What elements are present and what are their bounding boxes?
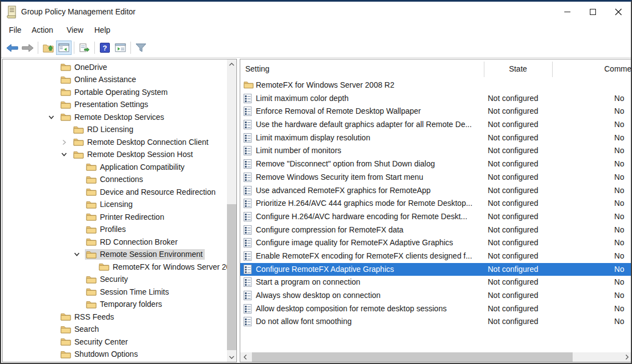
menu-action[interactable]: Action — [32, 26, 53, 34]
help-button[interactable]: ? — [97, 41, 113, 55]
policy-row[interactable]: Limit number of monitors Not configured … — [240, 144, 631, 158]
tree-item[interactable]: Remote Desktop Services — [3, 111, 227, 124]
chevron-slot[interactable] — [59, 151, 72, 158]
policy-row[interactable]: RemoteFX for Windows Server 2008 R2 — [240, 79, 631, 92]
tree-node[interactable]: Licensing — [85, 199, 135, 210]
tree-node[interactable]: Temporary folders — [85, 299, 164, 310]
tree-node[interactable]: RD Licensing — [72, 124, 135, 135]
policy-row[interactable]: Configure RemoteFX Adaptive Graphics Not… — [240, 263, 631, 276]
tree-item[interactable]: RSS Feeds — [3, 311, 227, 323]
tree-node[interactable]: Presentation Settings — [59, 99, 150, 110]
tree-item[interactable] — [3, 361, 227, 362]
back-button[interactable] — [4, 41, 20, 55]
tree-item[interactable]: Printer Redirection — [3, 211, 227, 224]
menu-help[interactable]: Help — [94, 26, 110, 34]
tree-item[interactable]: Profiles — [3, 224, 227, 236]
chevron-slot[interactable] — [46, 114, 59, 120]
policy-row[interactable]: Do not allow font smoothing Not configur… — [240, 315, 631, 328]
policy-row[interactable]: Configure H.264/AVC hardware encoding fo… — [240, 210, 631, 224]
tree-vertical-scrollbar[interactable] — [227, 59, 236, 362]
tree-item[interactable]: Presentation Settings — [3, 99, 227, 112]
scrollbar-thumb[interactable] — [252, 352, 573, 362]
tree-item[interactable]: Remote Desktop Connection Client — [3, 136, 227, 149]
tree-item[interactable]: Application Compatibility — [3, 161, 227, 174]
tree-item[interactable]: Shutdown Options — [3, 348, 227, 361]
column-header-state[interactable]: State — [484, 64, 552, 73]
tree-node[interactable]: Online Assistance — [59, 74, 138, 85]
column-divider[interactable] — [552, 62, 553, 77]
policy-row[interactable]: Use advanced RemoteFX graphics for Remot… — [240, 184, 631, 198]
policy-row[interactable]: Configure image quality for RemoteFX Ada… — [240, 236, 631, 250]
up-one-level-button[interactable] — [41, 41, 56, 55]
export-list-button[interactable] — [77, 41, 92, 55]
tree-node[interactable]: Security Center — [59, 337, 130, 347]
policy-row[interactable]: Limit maximum color depth Not configured… — [240, 92, 631, 105]
tree-item[interactable]: Security — [3, 274, 227, 286]
tree-item[interactable]: Session Time Limits — [3, 286, 227, 299]
policy-row[interactable]: Remove "Disconnect" option from Shut Dow… — [240, 158, 631, 171]
scroll-left-button[interactable] — [240, 352, 250, 362]
tree-node[interactable]: RD Connection Broker — [85, 237, 180, 247]
tree-item[interactable]: Licensing — [3, 199, 227, 211]
policy-row[interactable]: Prioritize H.264/AVC 444 graphics mode f… — [240, 197, 631, 210]
tree-node[interactable]: RSS Feeds — [59, 312, 117, 322]
tree-item[interactable]: Remote Session Environment — [3, 249, 227, 261]
tree-node[interactable]: Security — [85, 274, 130, 285]
tree-item[interactable]: RD Licensing — [3, 124, 227, 136]
column-header-setting[interactable]: Setting — [245, 64, 270, 73]
policy-row[interactable]: Always show desktop on connection Not co… — [240, 289, 631, 302]
policy-row[interactable]: Enable RemoteFX encoding for RemoteFX cl… — [240, 250, 631, 263]
tree-item[interactable]: Search — [3, 323, 227, 336]
scroll-right-button[interactable] — [622, 352, 631, 362]
tree-node[interactable]: Application Compatibility — [85, 162, 187, 173]
tree-item[interactable]: Remote Desktop Session Host — [3, 149, 227, 161]
scrollbar-thumb[interactable] — [227, 204, 236, 350]
tree-item[interactable]: Portable Operating System — [3, 86, 227, 99]
tree-node[interactable]: Remote Desktop Connection Client — [72, 137, 211, 148]
tree-item[interactable]: RD Connection Broker — [3, 236, 227, 249]
show-properties-button[interactable] — [113, 41, 128, 55]
tree-item[interactable]: Temporary folders — [3, 299, 227, 311]
chevron-slot[interactable] — [59, 139, 72, 145]
policy-row[interactable]: Configure compression for RemoteFX data … — [240, 224, 631, 237]
tree-node[interactable]: Device and Resource Redirection — [85, 187, 218, 198]
menu-view[interactable]: View — [67, 26, 83, 34]
tree-node[interactable]: Remote Desktop Services — [59, 112, 166, 123]
menu-file[interactable]: File — [9, 26, 22, 34]
title-bar[interactable]: Group Policy Management Editor — [1, 2, 631, 23]
policy-row[interactable]: Remove Windows Security item from Start … — [240, 171, 631, 184]
column-header-comment[interactable]: Comment — [604, 64, 632, 73]
minimize-button[interactable] — [554, 2, 580, 22]
tree-item[interactable]: OneDrive — [3, 61, 227, 74]
tree-node[interactable]: RemoteFX for Windows Server 2008 R2 — [98, 262, 227, 272]
tree-node[interactable]: Portable Operating System — [59, 87, 170, 98]
tree-item[interactable]: RemoteFX for Windows Server 2008 R2 — [3, 261, 227, 274]
tree-node[interactable]: Printer Redirection — [85, 212, 166, 223]
policy-row[interactable]: Allow desktop composition for remote des… — [240, 302, 631, 316]
tree-item[interactable]: Online Assistance — [3, 74, 227, 87]
tree-item[interactable]: Security Center — [3, 336, 227, 348]
tree-node[interactable]: Remote Desktop Session Host — [72, 149, 195, 160]
filter-button[interactable] — [133, 41, 149, 55]
policy-row[interactable]: Start a program on connection Not config… — [240, 276, 631, 289]
policy-row[interactable]: Enforce Removal of Remote Desktop Wallpa… — [240, 105, 631, 118]
tree-node[interactable]: Shutdown Options — [59, 349, 140, 360]
scroll-down-button[interactable] — [227, 352, 236, 362]
tree-node[interactable]: Session Time Limits — [85, 287, 171, 297]
tree-node[interactable]: Profiles — [85, 224, 128, 235]
tree-item[interactable]: Connections — [3, 174, 227, 186]
tree-node[interactable]: Remote Session Environment — [85, 249, 205, 260]
show-console-tree-button[interactable] — [56, 41, 72, 55]
tree-node[interactable]: Search — [59, 324, 101, 335]
close-button[interactable] — [605, 2, 631, 22]
tree-node[interactable]: OneDrive — [59, 62, 109, 73]
tree-item[interactable]: Device and Resource Redirection — [3, 186, 227, 199]
maximize-button[interactable] — [580, 2, 605, 22]
policy-row[interactable]: Limit maximum display resolution Not con… — [240, 132, 631, 145]
tree-node[interactable]: Connections — [85, 174, 145, 185]
list-horizontal-scrollbar[interactable] — [240, 352, 631, 362]
policy-row[interactable]: Use the hardware default graphics adapte… — [240, 118, 631, 132]
scroll-up-button[interactable] — [227, 59, 236, 69]
chevron-slot[interactable] — [72, 251, 85, 257]
forward-button[interactable] — [20, 41, 36, 55]
